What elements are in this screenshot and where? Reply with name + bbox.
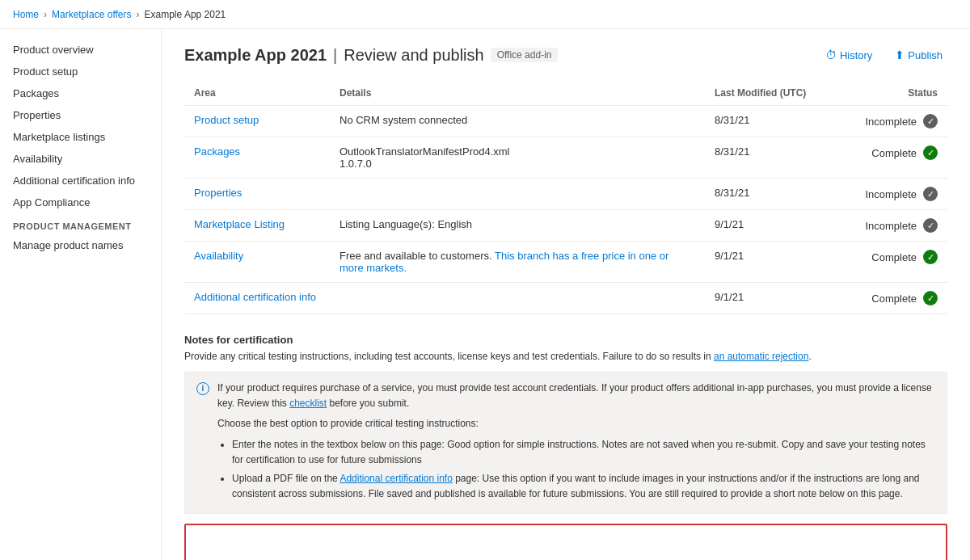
breadcrumb-offers[interactable]: Marketplace offers	[52, 9, 132, 20]
breadcrumb-sep2: ›	[137, 9, 140, 20]
sidebar-item-properties[interactable]: Properties	[0, 104, 161, 126]
status-cell-2: Incomplete ✓	[844, 187, 938, 201]
app-name: Example App 2021	[184, 46, 327, 65]
page-header: Example App 2021 | Review and publish Of…	[184, 45, 947, 65]
row-details-2	[330, 179, 705, 210]
row-area-link-0[interactable]: Product setup	[194, 114, 259, 126]
publish-header-button[interactable]: ⬆ Publish	[890, 45, 947, 65]
title-divider: |	[333, 46, 337, 65]
notes-desc: Provide any critical testing instruction…	[184, 349, 947, 364]
status-icon-0: ✓	[923, 114, 938, 128]
header-actions: ⏱ History ⬆ Publish	[820, 45, 947, 65]
instruction-item-1: Enter the notes in the textbox below on …	[232, 437, 935, 468]
row-area-link-1[interactable]: Packages	[194, 145, 240, 158]
sidebar-item-packages[interactable]: Packages	[0, 82, 161, 104]
info-box: i If your product requires purchase of a…	[184, 372, 947, 514]
status-text-5: Complete	[871, 293, 917, 305]
status-cell-3: Incomplete ✓	[844, 218, 938, 233]
row-date-5: 9/1/21	[705, 283, 834, 314]
col-header-status: Status	[834, 81, 947, 106]
status-text-2: Incomplete	[865, 188, 917, 200]
breadcrumb-sep1: ›	[44, 9, 47, 20]
status-text-0: Incomplete	[865, 116, 917, 128]
table-row: Properties 8/31/21 Incomplete ✓	[184, 179, 947, 210]
row-details-4: Free and available to customers. This br…	[330, 242, 705, 283]
publish-header-label: Publish	[908, 49, 943, 61]
notes-section: Notes for certification Provide any crit…	[184, 334, 947, 560]
history-button[interactable]: ⏱ History	[820, 45, 877, 65]
sidebar-item-availability[interactable]: Availability	[0, 148, 161, 170]
sidebar-item-additional-cert[interactable]: Additional certification info	[0, 170, 161, 192]
page-subtitle: Review and publish	[344, 46, 483, 65]
info-content: If your product requires purchase of a s…	[217, 381, 935, 505]
top-bar: Home › Marketplace offers › Example App …	[0, 0, 970, 29]
sidebar: Product overview Product setup Packages …	[0, 29, 162, 560]
col-header-date: Last Modified (UTC)	[705, 81, 834, 106]
status-cell-4: Complete ✓	[844, 250, 938, 264]
checklist-link[interactable]: checklist	[289, 398, 327, 409]
table-row: Product setup No CRM system connected 8/…	[184, 106, 947, 137]
row-details-3: Listing Language(s): English	[330, 210, 705, 242]
main-content: Example App 2021 | Review and publish Of…	[162, 29, 970, 560]
publish-icon: ⬆	[895, 48, 905, 61]
status-cell-0: Incomplete ✓	[844, 114, 938, 128]
row-area-link-4[interactable]: Availability	[194, 250, 243, 262]
row-date-2: 8/31/21	[705, 179, 834, 210]
sidebar-section-label: Product management	[0, 213, 161, 234]
sidebar-item-product-overview[interactable]: Product overview	[0, 39, 161, 61]
row-area-link-2[interactable]: Properties	[194, 187, 242, 199]
table-row: Additional certification info 9/1/21 Com…	[184, 283, 947, 314]
status-text-4: Complete	[871, 251, 917, 263]
status-cell-5: Complete ✓	[844, 291, 938, 305]
auto-rejection-link[interactable]: an automatic rejection	[714, 351, 808, 362]
status-text-3: Incomplete	[865, 220, 917, 232]
status-text-1: Complete	[871, 147, 917, 159]
history-icon: ⏱	[825, 48, 837, 61]
history-label: History	[840, 49, 872, 61]
col-header-area: Area	[184, 81, 330, 106]
sidebar-item-manage-product-names[interactable]: Manage product names	[0, 234, 161, 256]
availability-link[interactable]: This branch has a free price in one or m…	[340, 250, 668, 274]
layout: Product overview Product setup Packages …	[0, 29, 970, 560]
table-row: Packages OutlookTranslatorManifestProd4.…	[184, 137, 947, 179]
status-icon-2: ✓	[923, 187, 938, 201]
notes-title: Notes for certification	[184, 334, 947, 346]
breadcrumb: Home › Marketplace offers › Example App …	[13, 9, 226, 20]
row-details-1: OutlookTranslatorManifestProd4.xml1.0.7.…	[330, 137, 705, 179]
add-cert-info-link[interactable]: Additional certification info	[340, 473, 452, 484]
row-date-4: 9/1/21	[705, 242, 834, 283]
info-icon: i	[196, 382, 209, 395]
app-type-badge: Office add-in	[491, 48, 559, 62]
col-header-details: Details	[330, 81, 705, 106]
choose-label: Choose the best option to provide critic…	[217, 416, 935, 432]
table-row: Marketplace Listing Listing Language(s):…	[184, 210, 947, 242]
row-details-5	[330, 283, 705, 314]
sidebar-item-app-compliance[interactable]: App Compliance	[0, 192, 161, 213]
notes-textarea[interactable]	[184, 524, 947, 560]
sidebar-item-product-setup[interactable]: Product setup	[0, 61, 161, 82]
status-icon-4: ✓	[923, 250, 938, 264]
row-area-link-3[interactable]: Marketplace Listing	[194, 218, 285, 230]
instruction-list: Enter the notes in the textbox below on …	[217, 437, 935, 503]
breadcrumb-home[interactable]: Home	[13, 9, 39, 20]
table-row: Availability Free and available to custo…	[184, 242, 947, 283]
status-icon-1: ✓	[923, 145, 938, 160]
status-cell-1: Complete ✓	[844, 145, 938, 160]
row-area-link-5[interactable]: Additional certification info	[194, 291, 316, 303]
breadcrumb-current: Example App 2021	[145, 9, 226, 20]
status-icon-3: ✓	[923, 218, 938, 233]
row-date-0: 8/31/21	[705, 106, 834, 137]
row-date-3: 9/1/21	[705, 210, 834, 242]
page-title: Example App 2021 | Review and publish Of…	[184, 46, 558, 65]
row-date-1: 8/31/21	[705, 137, 834, 179]
instruction-item-2: Upload a PDF file on the Additional cert…	[232, 471, 935, 502]
status-icon-5: ✓	[923, 291, 938, 305]
review-table: Area Details Last Modified (UTC) Status …	[184, 81, 947, 314]
row-details-0: No CRM system connected	[330, 106, 705, 137]
sidebar-item-marketplace-listings[interactable]: Marketplace listings	[0, 126, 161, 148]
